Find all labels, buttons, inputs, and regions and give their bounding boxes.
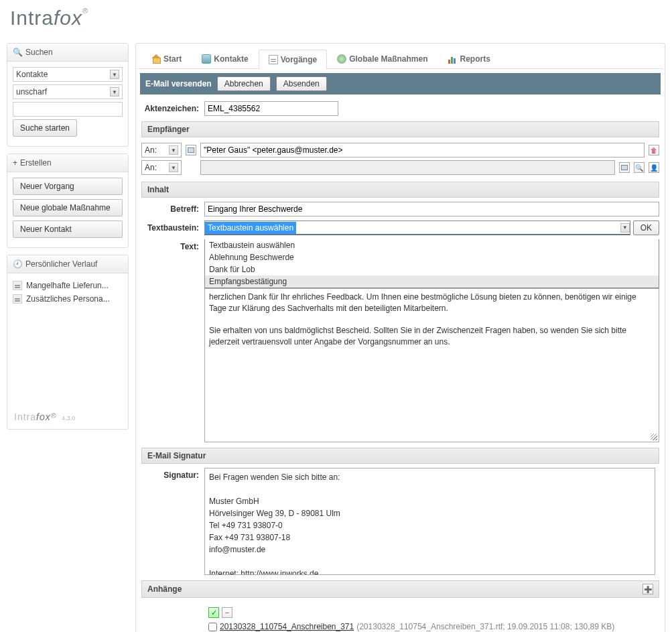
plus-icon: + [13,158,17,168]
chevron-down-icon: ▼ [620,223,630,233]
signature-line: Muster GmbH [209,495,651,507]
subject-input[interactable] [204,202,659,216]
attachment-row: 20130328_110754_Anschreiben_371 (2013032… [208,621,659,632]
recipient-type-select[interactable]: An: ▼ [141,160,182,175]
contact-card-icon[interactable] [619,162,630,173]
contact-card-icon[interactable] [186,145,196,155]
search-type-select[interactable]: Kontakte ▼ [13,67,123,82]
create-panel-header: + Erstellen [7,154,128,172]
create-title: Erstellen [20,158,52,168]
signature-line: Hörvelsinger Weg 39, D - 89081 Ulm [209,507,651,519]
version-text: 4.3.0 [62,415,75,422]
cancel-button[interactable]: Abbrechen [217,76,271,91]
content-section-header: Inhalt [141,182,659,198]
new-global-action-button[interactable]: Neue globale Maßnahme [13,199,123,216]
delete-recipient-icon[interactable]: 🗑 [649,145,659,155]
document-icon [13,281,22,290]
send-button[interactable]: Absenden [276,76,327,91]
tab-label: Vorgänge [281,55,317,64]
tabs: Start Kontakte Vorgänge Globale Maßnahme… [137,45,663,69]
chevron-down-icon: ▼ [110,70,119,79]
textblock-option[interactable]: Empfangsbestätigung [205,275,659,288]
textblock-option[interactable]: Textbaustein auswählen [205,239,659,251]
an-label: An: [145,145,157,155]
email-text-area[interactable]: herzlichen Dank für Ihr ehrliches Feedba… [204,288,659,442]
tab-start[interactable]: Start [141,49,192,68]
text-paragraph: herzlichen Dank für Ihr ehrliches Feedba… [209,292,655,314]
attachment-meta: (20130328_110754_Anschreiben_371.rtf; 19… [356,622,614,631]
search-panel-header: 🔍 Suchen [7,44,128,62]
tab-kontakte[interactable]: Kontakte [192,49,258,68]
textblock-option[interactable]: Dank für Lob [205,263,659,275]
contacts-icon [202,54,211,64]
search-contact-icon[interactable]: 🔍 [634,162,645,173]
logo-reg: ® [82,7,88,15]
textblock-select[interactable]: Textbaustein auswählen ▼ [204,220,630,235]
logo: Intrafox® [0,0,672,43]
new-process-button[interactable]: Neuer Vorgang [13,178,123,195]
tab-vorgaenge[interactable]: Vorgänge [259,50,327,69]
new-contact-button[interactable]: Neuer Kontakt [13,220,123,238]
page-title: E-Mail versenden [145,79,212,88]
recipients-section-header: Empfänger [141,121,659,137]
attachments-title: Anhänge [147,584,182,594]
search-type-value: Kontakte [16,70,48,79]
logo-text-2: fox [54,7,82,29]
home-icon [151,54,161,64]
search-panel: 🔍 Suchen Kontakte ▼ unscharf ▼ Suche sta… [7,43,129,147]
sidebar: 🔍 Suchen Kontakte ▼ unscharf ▼ Suche sta… [7,43,129,632]
signature-line: Tel +49 731 93807-0 [209,519,651,531]
add-contact-icon[interactable]: 👤 [649,162,659,173]
history-item[interactable]: Mangelhafte Lieferun... [13,279,123,292]
search-icon: 🔍 [13,48,23,57]
signature-line: Bei Fragen wenden Sie sich bitte an: [209,471,651,483]
attachment-checkbox[interactable] [208,623,217,631]
recipient-row-1: An: ▼ 🗑 [137,141,663,159]
text-label: Text: [141,239,204,251]
reports-icon [448,54,458,64]
attachment-link[interactable]: 20130328_110754_Anschreiben_371 [220,622,354,631]
textblock-dropdown-options: Textbaustein auswählen Ablehnung Beschwe… [204,239,659,288]
signature-textarea[interactable]: Bei Fragen wenden Sie sich bitte an: Mus… [204,468,655,575]
globe-icon [337,54,346,64]
resize-handle[interactable] [651,434,657,440]
signature-label: Signatur: [141,468,204,480]
footer-logo: Intrafox® 4.3.0 [7,405,128,429]
recipient-row-2: An: ▼ 🔍 👤 [137,159,663,176]
processes-icon [269,55,278,64]
signature-line: info@muster.de [209,544,651,556]
check-icon[interactable]: ✓ [208,607,219,618]
signature-line: Internet: http://www.inworks.de [209,568,651,575]
tab-globale[interactable]: Globale Maßnahmen [327,49,438,68]
textblock-label: Textbaustein: [141,220,204,233]
chevron-down-icon: ▼ [110,87,119,97]
history-item[interactable]: Zusätzliches Persona... [13,292,123,306]
history-panel-header: 🕘 Persönlicher Verlauf [7,255,128,273]
signature-line: Fax +49 731 93807-18 [209,531,651,544]
recipient-input[interactable] [200,143,645,157]
chevron-down-icon: ▼ [169,163,178,172]
search-mode-value: unscharf [16,87,47,97]
document-icon [13,294,22,304]
add-attachment-icon[interactable]: ➕ [643,584,653,594]
tab-label: Kontakte [214,54,248,64]
an-label: An: [145,163,157,172]
recipient-type-select[interactable]: An: ▼ [141,143,182,157]
recipient-input-disabled [200,160,615,175]
signature-section-header: E-Mail Signatur [141,448,659,464]
subject-label: Betreff: [141,202,204,214]
search-input[interactable] [13,102,123,117]
textblock-option[interactable]: Ablehnung Beschwerde [205,251,659,263]
tab-reports[interactable]: Reports [438,49,500,68]
aktenzeichen-input[interactable] [204,101,338,116]
tab-label: Start [163,54,182,64]
history-title: Persönlicher Verlauf [25,259,97,269]
aktenzeichen-label: Aktenzeichen: [141,101,204,113]
textblock-ok-button[interactable]: OK [633,220,659,235]
textblock-selected: Textbaustein auswählen [205,222,296,234]
search-start-button[interactable]: Suche starten [13,119,77,137]
search-mode-select[interactable]: unscharf ▼ [13,84,123,99]
attachments-section-header: Anhänge ➕ [141,580,659,598]
tab-label: Reports [460,54,490,64]
minus-icon[interactable]: − [222,607,232,618]
